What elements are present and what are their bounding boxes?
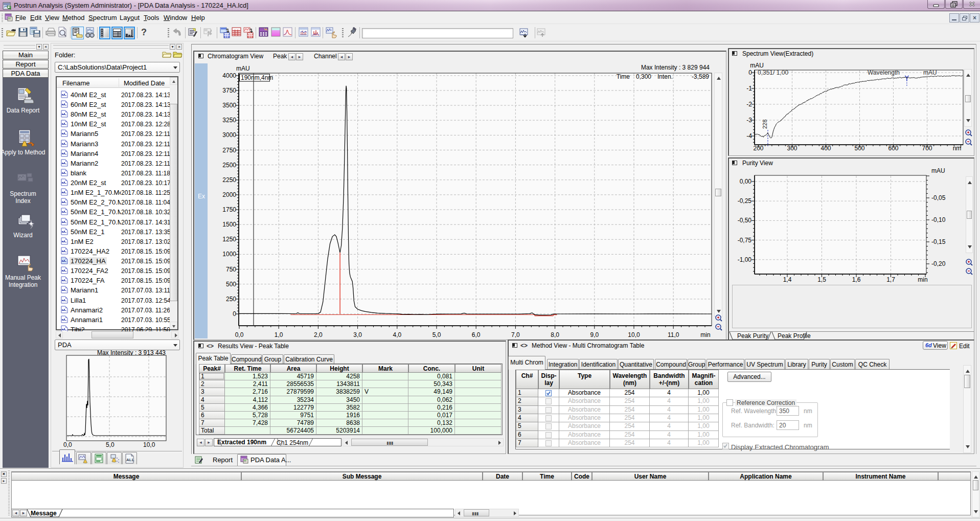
svg-text:-1,00: -1,00: [738, 256, 752, 263]
svg-text:Wavelength: Wavelength: [868, 69, 900, 76]
svg-text:2750: 2750: [222, 147, 236, 154]
svg-text:mAU: mAU: [750, 62, 764, 69]
svg-text:-0,10: -0,10: [931, 216, 946, 223]
svg-text:mAU: mAU: [923, 69, 937, 76]
svg-text:0,351/ 1,00: 0,351/ 1,00: [758, 69, 788, 76]
svg-text:200: 200: [753, 145, 763, 152]
svg-text:min: min: [918, 276, 927, 283]
svg-text:Peak Purity: Peak Purity: [737, 332, 768, 339]
svg-text:Inten.: Inten.: [657, 73, 673, 80]
svg-text:4,0: 4,0: [393, 331, 401, 338]
svg-text:Time: Time: [617, 73, 630, 80]
svg-text:0,0: 0,0: [235, 331, 244, 338]
svg-text:3250: 3250: [222, 117, 236, 124]
svg-text:1000: 1000: [222, 251, 236, 258]
svg-text:500: 500: [854, 145, 864, 152]
svg-text:-3,589: -3,589: [692, 73, 709, 80]
svg-text:2000: 2000: [222, 191, 236, 198]
svg-text:2,0: 2,0: [314, 331, 323, 338]
svg-text:-4: -4: [746, 132, 752, 140]
svg-text:1,4: 1,4: [783, 276, 792, 283]
svg-text:Max Intensity : 3 829 944: Max Intensity : 3 829 944: [641, 64, 710, 71]
svg-text:1,7: 1,7: [886, 276, 895, 283]
svg-text:0,00: 0,00: [740, 178, 752, 185]
svg-text:400: 400: [821, 145, 831, 152]
svg-text:0,300: 0,300: [636, 73, 651, 80]
svg-text:4000: 4000: [222, 72, 236, 79]
svg-text:-2: -2: [746, 101, 752, 108]
svg-text:1,6: 1,6: [852, 276, 861, 283]
svg-text:250: 250: [226, 296, 236, 303]
svg-text:0: 0: [748, 69, 752, 76]
svg-text:7,0: 7,0: [511, 331, 520, 338]
svg-text:0,0: 0,0: [63, 441, 72, 448]
svg-text:1,5: 1,5: [817, 276, 826, 283]
svg-text:0: 0: [233, 310, 236, 318]
svg-text:-0,15: -0,15: [931, 238, 946, 245]
svg-text:500: 500: [226, 281, 236, 288]
svg-text:5,0: 5,0: [106, 441, 115, 448]
svg-text:min: min: [700, 331, 710, 338]
svg-text:-0,05: -0,05: [931, 194, 946, 201]
svg-text:5,0: 5,0: [432, 331, 441, 338]
svg-text:ALL: ALL: [126, 458, 134, 462]
svg-text:-0,25: -0,25: [738, 197, 752, 205]
svg-text:2500: 2500: [222, 162, 236, 169]
svg-text:6,0: 6,0: [472, 331, 481, 338]
svg-text:11,0: 11,0: [668, 331, 679, 338]
svg-text:-0,20: -0,20: [931, 260, 946, 267]
svg-text:3500: 3500: [222, 102, 236, 109]
svg-text:3000: 3000: [222, 131, 236, 139]
svg-text:750: 750: [226, 266, 236, 273]
svg-text:-0,50: -0,50: [738, 217, 752, 224]
svg-text:nm: nm: [953, 145, 962, 152]
svg-text:1750: 1750: [222, 206, 236, 213]
svg-text:Peak Profile: Peak Profile: [778, 332, 811, 339]
svg-text:-0,75: -0,75: [738, 237, 752, 244]
svg-text:1250: 1250: [222, 236, 236, 243]
svg-text:1500: 1500: [222, 221, 236, 228]
svg-text:-3: -3: [746, 117, 752, 124]
svg-text:2250: 2250: [222, 176, 236, 184]
svg-text:700: 700: [922, 145, 932, 152]
svg-text:9,0: 9,0: [590, 331, 599, 338]
svg-text:228: 228: [762, 120, 768, 129]
svg-text:3750: 3750: [222, 87, 236, 94]
svg-text:10,0: 10,0: [628, 331, 640, 338]
svg-text:mAU: mAU: [931, 167, 945, 174]
svg-text:190nm,4nm: 190nm,4nm: [241, 74, 273, 81]
svg-text:10,0: 10,0: [143, 441, 155, 448]
svg-text:3,0: 3,0: [353, 331, 362, 338]
svg-text:-1: -1: [746, 85, 752, 92]
svg-text:mAU: mAU: [236, 65, 250, 72]
svg-text:1,0: 1,0: [275, 331, 283, 338]
svg-text:8,0: 8,0: [551, 331, 559, 338]
svg-text:600: 600: [888, 145, 898, 152]
svg-text:300: 300: [787, 145, 797, 152]
